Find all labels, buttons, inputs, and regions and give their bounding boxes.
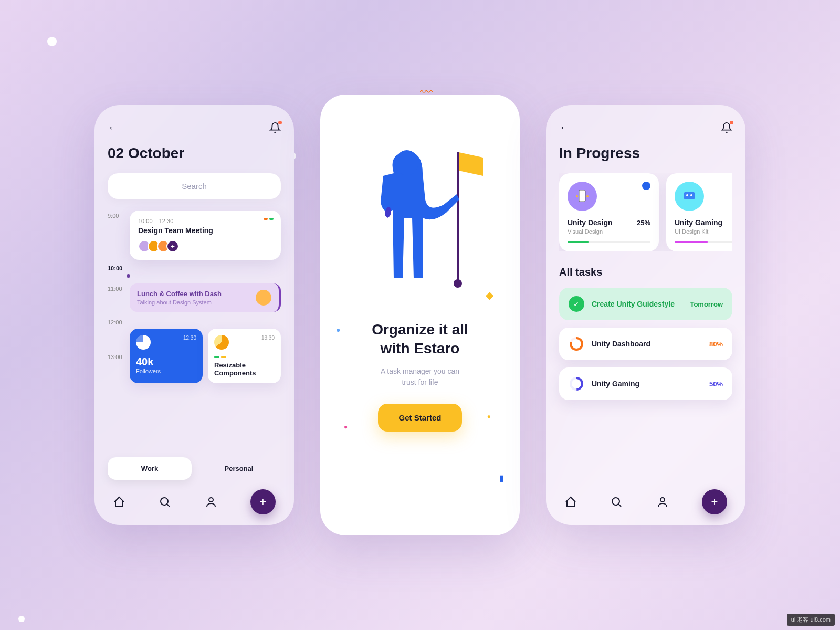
stat-label: Followers <box>136 368 196 374</box>
card-subtitle: UI Design Kit <box>675 228 732 235</box>
event-time: 10:00 – 12:30 <box>138 218 272 224</box>
profile-icon[interactable] <box>656 496 669 508</box>
time-label: 9:00 <box>108 211 124 219</box>
confetti-icon: ● <box>336 326 340 334</box>
svg-rect-2 <box>457 152 459 284</box>
back-button[interactable]: ← <box>559 121 571 134</box>
event-title: Design Team Meeting <box>138 226 272 235</box>
attendee-avatars: + <box>138 240 272 253</box>
check-icon: ✓ <box>569 296 584 312</box>
category-dots <box>214 356 275 358</box>
progress-ring-icon <box>136 335 151 350</box>
back-button[interactable]: ← <box>108 121 119 134</box>
event-card-meeting[interactable]: 10:00 – 12:30 Design Team Meeting + <box>130 211 281 260</box>
category-tabs: Work Personal <box>108 457 281 480</box>
svg-point-0 <box>161 498 168 505</box>
notification-icon[interactable] <box>721 122 732 133</box>
event-title: Lunch & Coffee with Dash <box>137 290 222 298</box>
event-subtitle: Talking about Design System <box>137 299 222 306</box>
confetti-icon: ◆ <box>486 289 494 301</box>
card-illustration <box>675 182 704 211</box>
decoration-dot <box>47 37 57 46</box>
svg-rect-5 <box>579 190 585 202</box>
stat-card-followers[interactable]: 12:30 40k Followers <box>130 329 203 383</box>
get-started-button[interactable]: Get Started <box>378 404 463 432</box>
category-dots <box>264 218 274 220</box>
task-name: Unity Gaming <box>592 380 702 388</box>
phone-progress-screen: ← In Progress Unity Design 25% Visual De… <box>546 105 746 525</box>
progress-card-list[interactable]: Unity Design 25% Visual Design Unity Gam… <box>559 173 732 251</box>
search-icon[interactable] <box>610 496 623 508</box>
stat-label: Resizable Components <box>214 361 275 377</box>
confetti-icon: ● <box>487 413 491 420</box>
status-dot <box>642 182 650 190</box>
progress-ring-icon <box>569 376 584 392</box>
profile-icon[interactable] <box>205 496 217 508</box>
stat-card-components[interactable]: 13:30 Resizable Components <box>208 329 281 383</box>
task-item[interactable]: ✓ Create Unity Guidestyle Tomorrow <box>559 288 732 320</box>
bottom-nav: + <box>559 489 732 514</box>
date-title: 02 October <box>108 145 281 162</box>
progress-bar <box>568 241 650 243</box>
task-badge: 50% <box>709 380 723 388</box>
progress-card[interactable]: Unity Gaming UI Design Kit <box>666 173 732 251</box>
bottom-nav: + <box>108 489 281 514</box>
add-button[interactable]: + <box>702 489 727 514</box>
progress-ring-icon <box>569 336 584 352</box>
card-percent: 25% <box>637 219 650 227</box>
search-input[interactable]: Search <box>108 173 281 199</box>
task-name: Unity Dashboard <box>592 340 702 348</box>
avatar <box>256 290 271 306</box>
stat-time: 12:30 <box>183 335 196 341</box>
task-item[interactable]: Unity Dashboard 80% <box>559 328 732 360</box>
phone-calendar-screen: ← 02 October Search 9:00 10:00 – 12:30 D… <box>94 105 294 525</box>
task-item[interactable]: Unity Gaming 50% <box>559 368 732 400</box>
current-time-indicator <box>130 276 281 276</box>
task-badge: Tomorrow <box>690 300 723 308</box>
confetti-icon: ● <box>344 423 348 430</box>
svg-point-7 <box>586 195 589 197</box>
home-icon[interactable] <box>564 496 577 508</box>
progress-card[interactable]: Unity Design 25% Visual Design <box>559 173 659 251</box>
add-button[interactable]: + <box>250 489 276 514</box>
svg-point-4 <box>395 150 418 175</box>
time-label: 13:00 <box>108 352 124 360</box>
tab-work[interactable]: Work <box>108 457 192 480</box>
confetti-icon: ▮ <box>499 473 504 483</box>
event-card-lunch[interactable]: Lunch & Coffee with Dash Talking about D… <box>130 284 281 312</box>
search-icon[interactable] <box>159 496 171 508</box>
time-label: 11:00 <box>108 284 124 292</box>
task-badge: 80% <box>709 340 723 348</box>
svg-point-6 <box>576 195 578 197</box>
home-icon[interactable] <box>113 496 125 508</box>
svg-point-1 <box>209 498 213 502</box>
phone-onboarding-screen: 〰 ◆ ● ● ● ▮ Organize it allwith Estaro A… <box>320 94 520 536</box>
confetti-icon: 〰 <box>420 85 433 100</box>
timeline: 9:00 10:00 – 12:30 Design Team Meeting +… <box>108 211 281 450</box>
progress-bar <box>675 241 732 243</box>
card-name: Unity Design <box>568 218 613 227</box>
svg-point-3 <box>454 279 462 288</box>
svg-point-10 <box>690 194 692 196</box>
progress-ring-icon <box>214 335 229 350</box>
task-name: Create Unity Guidestyle <box>592 300 682 308</box>
hero-illustration <box>333 110 507 310</box>
time-label: 12:00 <box>108 317 124 326</box>
page-title: In Progress <box>559 145 732 162</box>
card-subtitle: Visual Design <box>568 228 650 235</box>
notification-icon[interactable] <box>269 122 281 133</box>
tab-personal[interactable]: Personal <box>197 457 281 480</box>
onboarding-subtitle: A task manager you cantrust for life <box>333 366 507 388</box>
card-name: Unity Gaming <box>675 218 722 227</box>
decoration-dot <box>18 616 25 622</box>
add-attendee-button[interactable]: + <box>166 240 179 253</box>
svg-point-16 <box>660 498 665 502</box>
card-illustration <box>568 182 597 211</box>
svg-point-9 <box>686 194 688 196</box>
onboarding-headline: Organize it allwith Estaro <box>333 320 507 359</box>
watermark: ui 老客 ui8.com <box>787 614 835 626</box>
svg-point-15 <box>612 498 620 505</box>
time-label: 10:00 <box>108 263 124 271</box>
stat-time: 13:30 <box>261 335 275 341</box>
svg-rect-8 <box>684 192 695 200</box>
